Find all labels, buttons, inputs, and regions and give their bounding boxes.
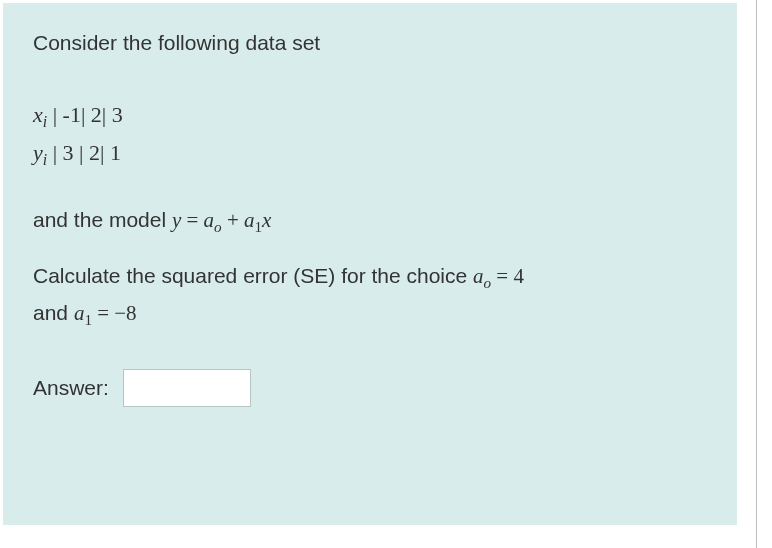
model-x: x xyxy=(262,208,271,232)
intro-text: Consider the following data set xyxy=(33,31,707,55)
calculation-prompt: Calculate the squared error (SE) for the… xyxy=(33,259,707,333)
answer-label: Answer: xyxy=(33,376,109,400)
calc-a0-a: a xyxy=(473,264,484,288)
data-row-y: yi | 3 | 2| 1 xyxy=(33,135,707,173)
var-x: x xyxy=(33,102,43,127)
data-row-x: xi | -1| 2| 3 xyxy=(33,97,707,135)
model-prefix: and the model xyxy=(33,208,172,231)
model-a1-sub: 1 xyxy=(255,220,263,236)
var-y: y xyxy=(33,140,43,165)
calc-text-2: and xyxy=(33,301,74,324)
question-container: Consider the following data set xi | -1|… xyxy=(3,3,737,525)
calc-eq4: = 4 xyxy=(491,264,524,288)
answer-input[interactable] xyxy=(123,369,251,407)
row-x-values: | -1| 2| 3 xyxy=(47,102,123,127)
answer-row: Answer: xyxy=(33,369,707,407)
calc-a1-a: a xyxy=(74,301,85,325)
data-table: xi | -1| 2| 3 yi | 3 | 2| 1 xyxy=(33,97,707,172)
calc-eqm8: = −8 xyxy=(92,301,137,325)
model-a0-sub: o xyxy=(214,220,222,236)
model-plus: + xyxy=(222,208,244,232)
model-line: and the model y = ao + a1x xyxy=(33,208,707,236)
model-a1-a: a xyxy=(244,208,255,232)
row-y-values: | 3 | 2| 1 xyxy=(47,140,121,165)
model-a0-a: a xyxy=(204,208,215,232)
page-divider xyxy=(756,0,757,548)
calc-a0-sub: o xyxy=(484,275,492,291)
calc-a1-sub: 1 xyxy=(84,312,92,328)
calc-text-1: Calculate the squared error (SE) for the… xyxy=(33,264,473,287)
model-y: y xyxy=(172,208,181,232)
model-eq: = xyxy=(181,208,203,232)
